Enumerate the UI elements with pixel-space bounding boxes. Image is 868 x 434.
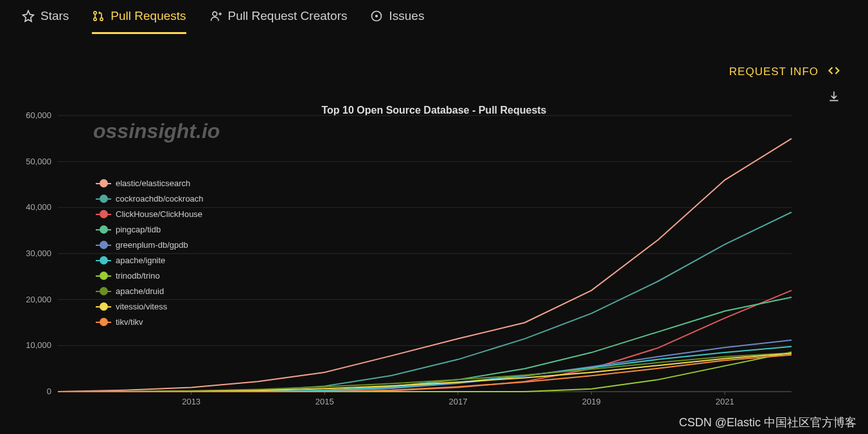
legend-item[interactable]: pingcap/tidb	[98, 225, 204, 234]
legend-item[interactable]: apache/druid	[98, 286, 204, 296]
svg-text:40,000: 40,000	[26, 202, 51, 212]
legend-item[interactable]: vitessio/vitess	[98, 302, 204, 311]
svg-text:10,000: 10,000	[26, 340, 51, 350]
tab-label: Issues	[389, 9, 424, 23]
request-info-button[interactable]: REQUEST INFO	[729, 65, 819, 78]
svg-text:30,000: 30,000	[26, 248, 51, 258]
star-icon	[22, 10, 35, 22]
svg-point-5	[375, 15, 378, 17]
legend-label: apache/druid	[116, 286, 164, 296]
legend-label: elastic/elasticsearch	[116, 178, 190, 188]
legend-label: trinodb/trino	[116, 271, 160, 281]
tab-pull-request-creators[interactable]: Pull Request Creators	[209, 9, 348, 34]
legend-marker	[98, 275, 109, 277]
svg-point-2	[100, 18, 103, 21]
svg-point-0	[94, 12, 96, 14]
legend-item[interactable]: elastic/elasticsearch	[98, 178, 204, 188]
legend-label: ClickHouse/ClickHouse	[116, 209, 202, 219]
legend-marker	[98, 245, 109, 246]
svg-text:0: 0	[47, 386, 51, 396]
svg-point-3	[213, 12, 217, 16]
csdn-attribution: CSDN @Elastic 中国社区官方博客	[679, 415, 856, 430]
person-icon	[209, 10, 222, 22]
svg-text:2021: 2021	[716, 397, 734, 406]
legend-label: vitessio/vitess	[116, 302, 167, 311]
svg-text:2015: 2015	[315, 397, 334, 406]
tab-label: Stars	[40, 9, 69, 23]
legend-marker	[98, 260, 109, 261]
legend-marker	[98, 229, 109, 230]
legend-marker	[98, 306, 109, 308]
legend-label: greenplum-db/gpdb	[116, 240, 188, 250]
download-icon[interactable]	[828, 90, 840, 105]
legend-item[interactable]: ClickHouse/ClickHouse	[98, 209, 204, 219]
chart-controls: REQUEST INFO	[729, 64, 840, 80]
tab-pull-requests[interactable]: Pull Requests	[92, 9, 186, 34]
legend-marker	[98, 214, 109, 215]
legend-marker	[98, 198, 109, 200]
legend-marker	[98, 291, 109, 292]
legend-item[interactable]: cockroachdb/cockroach	[98, 194, 204, 204]
tab-stars[interactable]: Stars	[22, 9, 69, 34]
legend-marker	[98, 322, 109, 323]
tabs: Stars Pull Requests Pull Request Creator…	[0, 0, 868, 34]
chart-legend: elastic/elasticsearchcockroachdb/cockroa…	[98, 178, 204, 333]
svg-text:2013: 2013	[182, 397, 200, 406]
tab-label: Pull Requests	[111, 9, 186, 23]
tab-issues[interactable]: Issues	[370, 9, 424, 34]
legend-label: pingcap/tidb	[116, 225, 161, 234]
git-pull-request-icon	[92, 10, 105, 22]
svg-text:60,000: 60,000	[26, 110, 51, 120]
svg-text:2017: 2017	[448, 397, 467, 406]
legend-item[interactable]: greenplum-db/gpdb	[98, 240, 204, 250]
legend-label: apache/ignite	[116, 256, 165, 265]
tab-label: Pull Request Creators	[228, 9, 348, 23]
legend-label: cockroachdb/cockroach	[116, 194, 204, 204]
legend-item[interactable]: trinodb/trino	[98, 271, 204, 281]
legend-label: tikv/tikv	[116, 317, 143, 327]
svg-text:2019: 2019	[582, 397, 601, 406]
code-icon[interactable]	[828, 64, 840, 80]
legend-item[interactable]: tikv/tikv	[98, 317, 204, 327]
svg-text:50,000: 50,000	[26, 157, 51, 166]
svg-point-1	[94, 18, 96, 21]
svg-text:20,000: 20,000	[26, 295, 51, 304]
legend-marker	[98, 183, 109, 184]
legend-item[interactable]: apache/ignite	[98, 256, 204, 265]
issue-icon	[370, 10, 383, 22]
